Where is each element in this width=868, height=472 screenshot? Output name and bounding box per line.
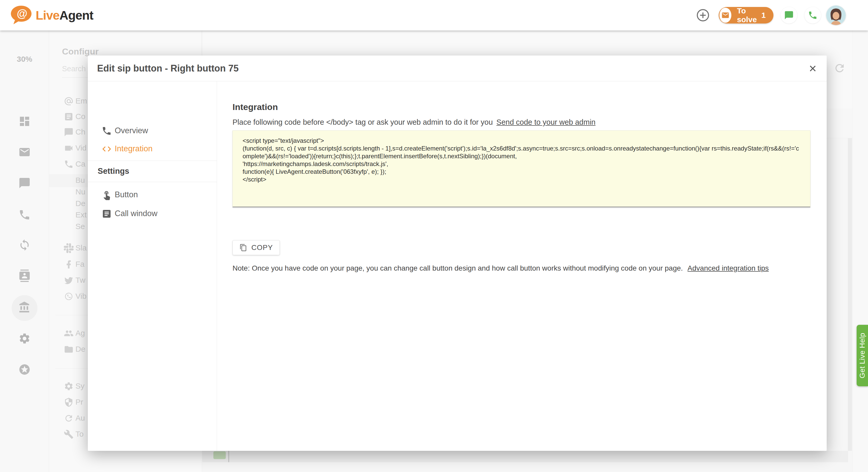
nav-item-call-window[interactable]: Call window: [88, 207, 217, 221]
copy-label: COPY: [251, 244, 273, 252]
nav-item-button[interactable]: Button: [88, 188, 217, 202]
nav-settings-header: Settings: [98, 166, 129, 176]
integration-heading: Integration: [232, 102, 278, 112]
liveagent-logo[interactable]: @ LiveAgent: [10, 5, 93, 25]
to-solve-circle: [719, 8, 731, 23]
get-live-help-label: Get Live Help: [858, 333, 866, 378]
phone-icon: [101, 126, 112, 136]
integration-panel: Integration Place following code before …: [217, 81, 827, 451]
top-header: @ LiveAgent To solve 1: [0, 0, 868, 30]
note-icon: [101, 209, 112, 219]
liveagent-logo-icon: @: [10, 5, 32, 25]
envelope-icon: [721, 11, 730, 19]
add-button[interactable]: [695, 7, 711, 24]
edit-sip-button-dialog: Edit sip button - Right button 75 × Over…: [88, 56, 827, 451]
send-code-link[interactable]: Send code to your web admin: [497, 118, 596, 126]
chat-bubble-icon: [784, 10, 794, 20]
dialog-title: Edit sip button - Right button 75: [97, 56, 239, 81]
to-solve-label: To solve: [737, 6, 761, 24]
advanced-tips-link[interactable]: Advanced integration tips: [687, 264, 769, 272]
dialog-titlebar: Edit sip button - Right button 75 ×: [88, 56, 827, 81]
logo-wordmark: LiveAgent: [36, 8, 93, 23]
chats-button[interactable]: [781, 7, 797, 24]
get-live-help-tab[interactable]: Get Live Help: [857, 325, 868, 386]
avatar-image: [826, 5, 846, 25]
code-icon: [101, 144, 112, 154]
phone-icon: [808, 10, 817, 20]
nav-item-integration[interactable]: Integration: [88, 142, 217, 156]
svg-text:@: @: [17, 7, 27, 20]
user-avatar[interactable]: [826, 5, 846, 25]
copy-icon: [240, 244, 247, 251]
integration-note: Note: Once you have code on your page, y…: [232, 264, 769, 273]
nav-item-overview[interactable]: Overview: [88, 124, 217, 138]
copy-button[interactable]: COPY: [232, 240, 280, 255]
integration-code-textarea[interactable]: <script type="text/javascript"> (functio…: [232, 130, 810, 207]
to-solve-count: 1: [761, 11, 766, 20]
touch-icon: [101, 190, 112, 200]
to-solve-button[interactable]: To solve 1: [719, 7, 773, 24]
calls-button[interactable]: [804, 7, 821, 24]
integration-intro: Place following code before </body> tag …: [232, 118, 595, 127]
dialog-nav: Overview Integration Settings Button Cal…: [88, 81, 217, 451]
close-icon[interactable]: ×: [805, 61, 820, 76]
plus-circle-icon: [695, 8, 710, 23]
